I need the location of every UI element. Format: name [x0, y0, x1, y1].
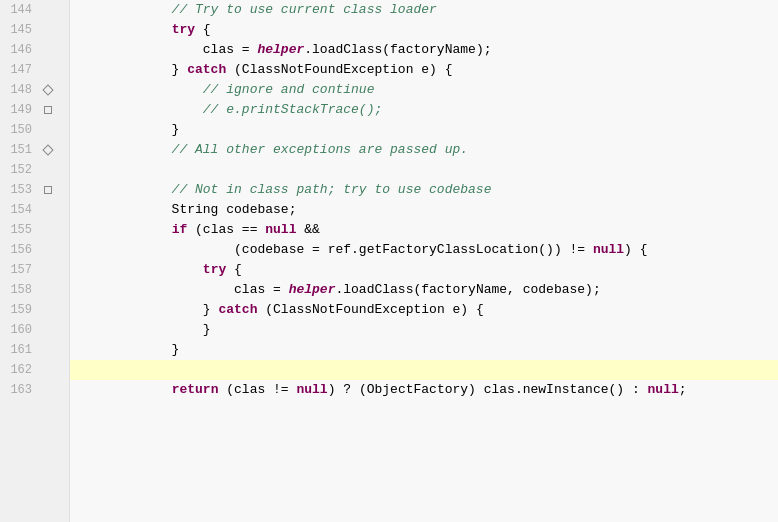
- token-kw: catch: [218, 300, 257, 320]
- gutter-row: 159: [0, 300, 69, 320]
- gutter-row: 148: [0, 80, 69, 100]
- no-icon: [40, 42, 56, 58]
- line-number: 147: [0, 63, 40, 77]
- token-plain: [78, 260, 203, 280]
- no-icon: [40, 262, 56, 278]
- line-number: 157: [0, 263, 40, 277]
- square-icon[interactable]: [40, 182, 56, 198]
- gutter-row: 154: [0, 200, 69, 220]
- no-icon: [40, 202, 56, 218]
- token-plain: [78, 20, 172, 40]
- line-gutter: 1441451461471481491501511521531541551561…: [0, 0, 70, 522]
- line-number: 149: [0, 103, 40, 117]
- line-number: 158: [0, 283, 40, 297]
- line-number: 145: [0, 23, 40, 37]
- gutter-row: 161: [0, 340, 69, 360]
- token-plain: (codebase = ref.getFactoryClassLocation(…: [78, 240, 593, 260]
- token-plain: (clas !=: [218, 380, 296, 400]
- line-number: 150: [0, 123, 40, 137]
- code-line: [70, 160, 778, 180]
- line-number: 153: [0, 183, 40, 197]
- diamond-icon[interactable]: [40, 82, 56, 98]
- token-plain: &&: [296, 220, 319, 240]
- line-number: 163: [0, 383, 40, 397]
- token-cm: // e.printStackTrace();: [78, 100, 382, 120]
- no-icon: [40, 62, 56, 78]
- gutter-row: 149: [0, 100, 69, 120]
- gutter-row: 150: [0, 120, 69, 140]
- gutter-row: 160: [0, 320, 69, 340]
- token-plain: clas =: [78, 40, 257, 60]
- token-null: null: [593, 240, 624, 260]
- token-plain: {: [226, 260, 242, 280]
- gutter-row: 151: [0, 140, 69, 160]
- code-line: [70, 360, 778, 380]
- token-plain: ) ? (ObjectFactory) clas.newInstance() :: [328, 380, 648, 400]
- gutter-row: 163: [0, 380, 69, 400]
- token-cm: // ignore and continue: [78, 80, 374, 100]
- code-line: // Not in class path; try to use codebas…: [70, 180, 778, 200]
- token-plain: }: [78, 320, 211, 340]
- code-line: try {: [70, 20, 778, 40]
- code-line: // e.printStackTrace();: [70, 100, 778, 120]
- token-null: null: [296, 380, 327, 400]
- token-plain: ;: [679, 380, 687, 400]
- token-plain: }: [78, 300, 218, 320]
- line-number: 160: [0, 323, 40, 337]
- token-plain: String codebase;: [78, 200, 296, 220]
- token-helper: helper: [289, 280, 336, 300]
- token-plain: (clas ==: [187, 220, 265, 240]
- code-line: try {: [70, 260, 778, 280]
- code-line: } catch (ClassNotFoundException e) {: [70, 300, 778, 320]
- token-plain: .loadClass(factoryName);: [304, 40, 491, 60]
- code-line: return (clas != null) ? (ObjectFactory) …: [70, 380, 778, 400]
- line-number: 154: [0, 203, 40, 217]
- line-number: 151: [0, 143, 40, 157]
- token-kw: catch: [187, 60, 226, 80]
- token-plain: {: [195, 20, 211, 40]
- token-plain: [78, 220, 172, 240]
- line-number: 159: [0, 303, 40, 317]
- code-line: }: [70, 340, 778, 360]
- token-plain: ) {: [624, 240, 647, 260]
- no-icon: [40, 362, 56, 378]
- line-number: 146: [0, 43, 40, 57]
- code-line: }: [70, 320, 778, 340]
- token-kw: if: [172, 220, 188, 240]
- gutter-row: 144: [0, 0, 69, 20]
- no-icon: [40, 122, 56, 138]
- token-plain: }: [78, 120, 179, 140]
- line-number: 156: [0, 243, 40, 257]
- line-number: 155: [0, 223, 40, 237]
- code-area: // Try to use current class loader try {…: [70, 0, 778, 522]
- gutter-row: 153: [0, 180, 69, 200]
- gutter-row: 162: [0, 360, 69, 380]
- square-icon[interactable]: [40, 102, 56, 118]
- token-null: null: [265, 220, 296, 240]
- no-icon: [40, 162, 56, 178]
- gutter-row: 147: [0, 60, 69, 80]
- token-plain: (ClassNotFoundException e) {: [257, 300, 483, 320]
- token-cm: // All other exceptions are passed up.: [78, 140, 468, 160]
- gutter-row: 146: [0, 40, 69, 60]
- line-number: 161: [0, 343, 40, 357]
- line-number: 144: [0, 3, 40, 17]
- line-number: 152: [0, 163, 40, 177]
- no-icon: [40, 2, 56, 18]
- token-kw: try: [172, 20, 195, 40]
- token-kw: return: [172, 380, 219, 400]
- code-line: clas = helper.loadClass(factoryName, cod…: [70, 280, 778, 300]
- code-line: String codebase;: [70, 200, 778, 220]
- gutter-row: 156: [0, 240, 69, 260]
- no-icon: [40, 302, 56, 318]
- no-icon: [40, 282, 56, 298]
- no-icon: [40, 222, 56, 238]
- token-plain: clas =: [78, 280, 289, 300]
- code-line: }: [70, 120, 778, 140]
- token-helper: helper: [257, 40, 304, 60]
- token-plain: .loadClass(factoryName, codebase);: [335, 280, 600, 300]
- code-line: // ignore and continue: [70, 80, 778, 100]
- gutter-row: 152: [0, 160, 69, 180]
- diamond-icon[interactable]: [40, 142, 56, 158]
- code-line: (codebase = ref.getFactoryClassLocation(…: [70, 240, 778, 260]
